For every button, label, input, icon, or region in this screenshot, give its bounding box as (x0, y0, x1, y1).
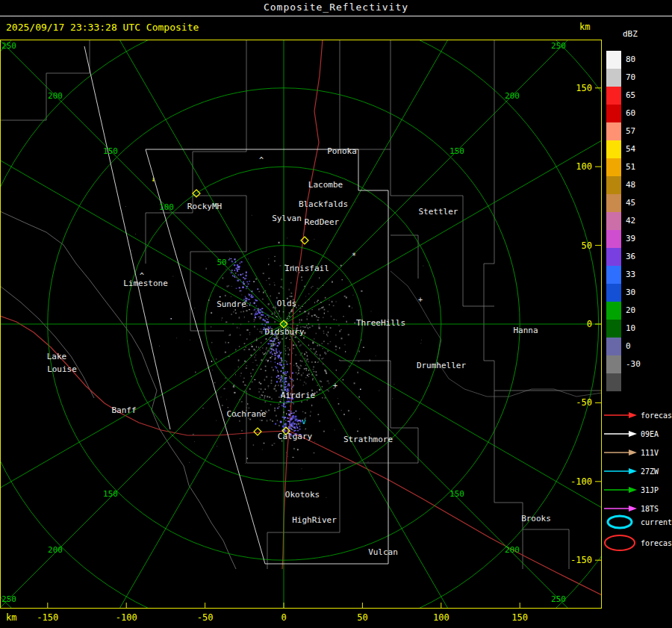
current-ellipse-icon (603, 513, 638, 531)
dbz-value: 54 (626, 144, 635, 154)
range-label: 150 (449, 146, 464, 156)
dbz-band (606, 338, 621, 355)
bottom-axis: km -150-100-50050100150 (0, 609, 602, 628)
range-label: 250 (1, 594, 16, 604)
range-label: 50 (217, 258, 226, 267)
vector-label: 31JP (641, 486, 659, 494)
vector-label: 111V (641, 449, 659, 457)
range-label: 150 (103, 146, 118, 156)
city-label: RedDeer (305, 217, 340, 227)
city-label: Blackfalds (299, 199, 348, 209)
range-label: 200 (48, 91, 63, 101)
river (391, 271, 602, 397)
coverage-line (84, 46, 170, 429)
timestamp: 2025/09/17 23:33:28 UTC Composite (6, 22, 199, 33)
dbz-band (606, 230, 621, 248)
range-label: 150 (449, 489, 464, 499)
dbz-value: 10 (626, 323, 635, 333)
legend-panel: dBZ 807065605754514845423936333020100-30… (602, 0, 672, 628)
dbz-band (606, 212, 621, 230)
dbz-band (606, 194, 621, 212)
city-label: Olds (277, 299, 297, 308)
vector-arrow-icon (603, 504, 638, 513)
county-boundary (391, 40, 494, 306)
range-label: 150 (103, 489, 118, 499)
city-label: Calgary (278, 432, 313, 441)
dbz-band (606, 248, 621, 266)
range-label: 250 (551, 41, 566, 51)
county-boundary (0, 211, 236, 569)
city-label: Drumheller (417, 361, 467, 370)
vector-label: 09EA (641, 430, 659, 438)
dbz-value: 42 (626, 216, 635, 226)
vector-arrow-icon (603, 429, 638, 438)
radar-map[interactable]: *++^^v↓PonokaLacombeBlackfaldsSylvanRedD… (0, 40, 602, 609)
dbz-value: 60 (626, 108, 635, 118)
dbz-band (606, 176, 621, 194)
legend-ellipse-row: current (603, 514, 672, 530)
status-bar: 2025/09/17 23:33:28 UTC Composite km (0, 16, 672, 40)
city-label: Stettler (419, 207, 458, 217)
bottom-axis-label: -50 (197, 612, 214, 623)
legend-ellipse-row: forecast (603, 535, 672, 551)
dbz-band (606, 140, 621, 158)
county-boundary (340, 361, 418, 463)
dbz-band (606, 373, 621, 391)
bottom-axis-label: 150 (511, 612, 528, 623)
city-label: Banff (111, 405, 136, 415)
dbz-value: 70 (626, 72, 635, 82)
right-axis-label: -150 (570, 555, 592, 565)
dbz-value: 65 (626, 90, 635, 100)
right-axis-label: 50 (582, 240, 592, 251)
right-axis-label: 100 (576, 161, 592, 172)
dbz-band (606, 320, 621, 338)
coverage-outline (146, 149, 388, 564)
dbz-band (606, 355, 621, 373)
vector-arrow-icon (603, 411, 638, 420)
dbz-band (606, 302, 621, 320)
dbz-band (606, 122, 621, 140)
dbz-value: 45 (626, 198, 635, 208)
county-boundary (391, 235, 418, 279)
city-label: Lacombe (308, 180, 343, 190)
city-label: Brooks (521, 514, 551, 523)
range-label: 200 (505, 545, 520, 555)
dbz-value: 33 (626, 270, 635, 279)
county-boundary (146, 40, 246, 264)
dbz-band (606, 266, 621, 284)
map-marker: ↓ (151, 175, 155, 183)
dbz-value: 20 (626, 305, 635, 315)
radar-site-marker[interactable] (301, 237, 308, 244)
dbz-value: 0 (626, 341, 631, 351)
bottom-axis-label: 50 (357, 612, 367, 623)
radar-application-window: Composite_Reflectivity 2025/09/17 23:33:… (0, 0, 672, 628)
county-boundary (484, 40, 523, 569)
legend-vector-row: 27ZW (603, 463, 659, 479)
bottom-axis-label: -100 (116, 612, 137, 623)
city-label: Sylvan (272, 214, 302, 223)
legend-vector-row: forecast (603, 407, 672, 423)
radar-site-marker[interactable] (254, 428, 261, 435)
legend-vector-row: 09EA (603, 426, 659, 442)
dbz-band (606, 105, 621, 122)
dbz-value: 30 (626, 287, 635, 297)
city-label: Hanna (513, 326, 538, 335)
county-boundary (523, 529, 569, 569)
dbz-band (606, 158, 621, 176)
city-label: ThreeHills (356, 318, 405, 328)
vector-arrow-icon (603, 448, 638, 457)
map-marker: ^ (259, 156, 264, 164)
range-label: 250 (551, 594, 566, 604)
map-marker: v (302, 417, 306, 426)
city-label: Vulcan (368, 547, 398, 557)
vector-arrow-icon (603, 467, 638, 476)
city-label: HighRiver (292, 515, 337, 525)
dbz-scale-title: dBZ (623, 29, 638, 39)
dbz-band (606, 87, 621, 105)
right-axis-label: -100 (570, 476, 592, 487)
map-marker: + (333, 382, 337, 390)
city-label: Louise (47, 364, 77, 374)
range-label: 200 (505, 91, 520, 101)
vector-label: 27ZW (641, 467, 659, 476)
km-unit-bottom: km (6, 612, 16, 623)
